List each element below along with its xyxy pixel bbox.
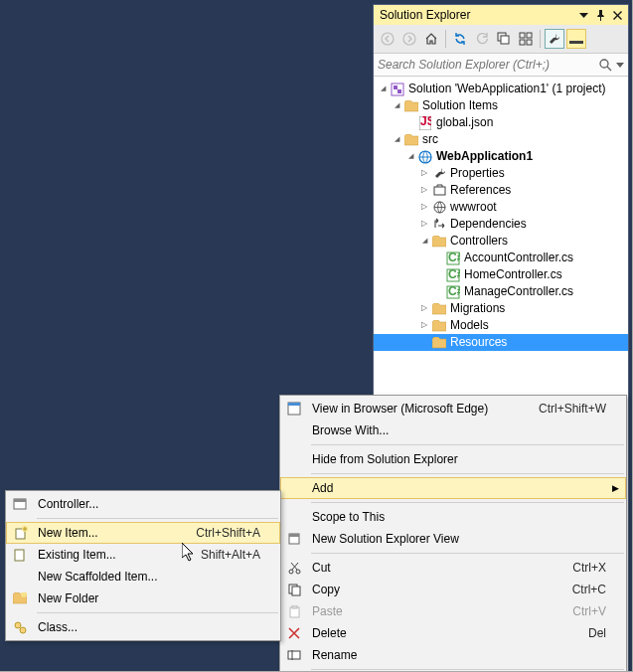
menu-new-item[interactable]: New Item...Ctrl+Shift+A bbox=[6, 522, 280, 544]
menu-existing-item[interactable]: Existing Item...Shift+Alt+A bbox=[6, 544, 280, 566]
tree-wwwroot[interactable]: wwwroot bbox=[374, 199, 628, 216]
folder-icon bbox=[403, 133, 419, 147]
tree-models[interactable]: Models bbox=[374, 317, 628, 334]
tree-references[interactable]: References bbox=[374, 182, 628, 199]
tree-properties[interactable]: Properties bbox=[374, 165, 628, 182]
tree-migrations[interactable]: Migrations bbox=[374, 300, 628, 317]
delete-icon bbox=[286, 625, 302, 641]
menu-add[interactable]: Add▶ bbox=[280, 477, 626, 499]
cs-file-icon: C# bbox=[445, 252, 461, 265]
tree-src[interactable]: src bbox=[374, 131, 628, 148]
new-view-icon bbox=[286, 531, 302, 547]
panel-search bbox=[374, 53, 628, 77]
menu-paste: PasteCtrl+V bbox=[280, 600, 626, 622]
menu-cut[interactable]: CutCtrl+X bbox=[280, 557, 626, 579]
folder-icon bbox=[431, 302, 447, 316]
panel-title: Solution Explorer bbox=[378, 8, 573, 22]
references-icon bbox=[431, 184, 447, 198]
menu-hide[interactable]: Hide from Solution Explorer bbox=[280, 448, 626, 470]
menu-delete[interactable]: DeleteDel bbox=[280, 622, 626, 644]
svg-point-1 bbox=[403, 33, 415, 45]
svg-rect-31 bbox=[292, 587, 300, 595]
svg-rect-25 bbox=[288, 403, 300, 406]
submenu-arrow-icon: ▶ bbox=[612, 483, 619, 493]
svg-text:C#: C# bbox=[448, 285, 460, 298]
cs-file-icon: C# bbox=[445, 285, 461, 299]
paste-icon bbox=[286, 603, 302, 619]
existing-item-icon bbox=[12, 547, 28, 563]
folder-icon bbox=[431, 319, 447, 333]
panel-titlebar: Solution Explorer bbox=[374, 5, 628, 25]
svg-rect-8 bbox=[569, 41, 583, 44]
show-all-icon[interactable] bbox=[516, 29, 536, 49]
tree-resources[interactable]: Resources bbox=[374, 334, 628, 351]
json-icon: JS bbox=[417, 116, 433, 130]
properties-icon[interactable] bbox=[545, 29, 564, 49]
svg-rect-36 bbox=[14, 499, 26, 502]
svg-rect-16 bbox=[434, 187, 445, 195]
context-menu: View in Browser (Microsoft Edge) Ctrl+Sh… bbox=[279, 395, 627, 672]
menu-new-folder[interactable]: New Folder bbox=[6, 588, 280, 609]
search-dropdown-icon[interactable] bbox=[616, 63, 624, 68]
add-submenu: Controller... New Item...Ctrl+Shift+A Ex… bbox=[5, 490, 281, 641]
globe-icon bbox=[431, 201, 447, 215]
sync-icon[interactable] bbox=[450, 29, 470, 49]
folder-icon bbox=[431, 235, 447, 249]
folder-icon bbox=[403, 99, 419, 113]
svg-rect-4 bbox=[520, 33, 525, 38]
menu-controller[interactable]: Controller... bbox=[6, 493, 280, 515]
svg-rect-11 bbox=[394, 85, 397, 89]
forward-icon[interactable] bbox=[399, 29, 419, 49]
solution-icon bbox=[390, 83, 405, 96]
wrench-icon bbox=[431, 167, 447, 181]
menu-scaffolded[interactable]: New Scaffolded Item... bbox=[6, 566, 280, 588]
back-icon[interactable] bbox=[378, 29, 397, 49]
svg-rect-27 bbox=[289, 534, 299, 537]
tree-dependencies[interactable]: Dependencies bbox=[374, 216, 628, 233]
svg-rect-39 bbox=[15, 550, 24, 561]
pin-icon[interactable] bbox=[594, 9, 607, 22]
collapse-icon[interactable] bbox=[494, 29, 514, 49]
svg-point-29 bbox=[296, 570, 300, 574]
home-icon[interactable] bbox=[421, 29, 441, 49]
svg-point-0 bbox=[382, 33, 394, 45]
tree-global-json[interactable]: JSglobal.json bbox=[374, 114, 628, 131]
new-folder-icon bbox=[12, 590, 28, 606]
refresh-icon[interactable] bbox=[472, 29, 492, 49]
dependencies-icon bbox=[431, 218, 447, 232]
tree-manage-controller[interactable]: C#ManageController.cs bbox=[374, 283, 628, 300]
preview-icon[interactable] bbox=[566, 29, 586, 49]
svg-rect-12 bbox=[397, 89, 401, 93]
close-icon[interactable] bbox=[611, 9, 624, 22]
menu-class[interactable]: Class... bbox=[6, 616, 280, 638]
menu-scope[interactable]: Scope to This bbox=[280, 506, 626, 528]
svg-point-9 bbox=[600, 60, 608, 68]
search-icon[interactable] bbox=[598, 58, 612, 72]
svg-text:C#: C# bbox=[448, 268, 460, 281]
menu-browse-with[interactable]: Browse With... bbox=[280, 420, 626, 441]
svg-text:C#: C# bbox=[448, 252, 460, 264]
rename-icon bbox=[286, 647, 302, 663]
tree-solution[interactable]: Solution 'WebApplication1' (1 project) bbox=[374, 81, 628, 97]
dropdown-icon[interactable] bbox=[577, 9, 590, 22]
cut-icon bbox=[286, 560, 302, 576]
menu-new-view[interactable]: New Solution Explorer View bbox=[280, 528, 626, 550]
menu-rename[interactable]: Rename bbox=[280, 644, 626, 666]
tree-project[interactable]: WebApplication1 bbox=[374, 148, 628, 165]
tree-solution-items[interactable]: Solution Items bbox=[374, 97, 628, 114]
svg-rect-6 bbox=[520, 40, 525, 45]
tree-home-controller[interactable]: C#HomeController.cs bbox=[374, 266, 628, 283]
controller-icon bbox=[12, 496, 28, 512]
project-icon bbox=[417, 150, 433, 164]
tree-account-controller[interactable]: C#AccountController.cs bbox=[374, 250, 628, 266]
class-icon bbox=[12, 619, 28, 635]
svg-point-41 bbox=[15, 622, 21, 628]
menu-copy[interactable]: CopyCtrl+C bbox=[280, 579, 626, 600]
svg-text:JS: JS bbox=[420, 116, 431, 128]
panel-toolbar bbox=[374, 25, 628, 53]
tree-controllers[interactable]: Controllers bbox=[374, 233, 628, 250]
svg-point-42 bbox=[20, 627, 26, 633]
search-input[interactable] bbox=[378, 58, 594, 72]
menu-view-in-browser[interactable]: View in Browser (Microsoft Edge) Ctrl+Sh… bbox=[280, 398, 626, 420]
folder-icon bbox=[431, 336, 447, 350]
